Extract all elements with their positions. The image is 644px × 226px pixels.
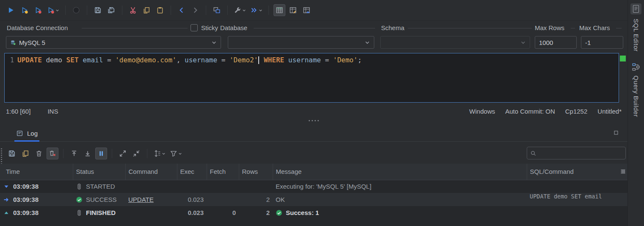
copy-button[interactable] [141,4,152,16]
success-icon [76,196,83,203]
max-rows-label: Max Rows [535,24,564,31]
log-search [527,147,626,159]
rail-tab-sql-editor[interactable]: SQL Editor [628,0,644,52]
log-exec [177,180,207,193]
log-message: OK [276,196,285,203]
main-area: Database Connection Sticky Database Sche… [0,0,627,226]
cut-button[interactable] [127,4,139,16]
tab-log[interactable]: Log [14,126,39,142]
log-status: SUCCESS [86,196,117,203]
toolbar-separator [87,6,87,15]
log-sql [527,180,627,193]
sql-token: SET [66,56,79,64]
sql-code-line: UPDATE demo SET email = 'demo@demo.com',… [14,55,362,66]
sql-token: = [321,56,333,64]
sql-token: ; [358,56,362,64]
sql-editor-file-icon [630,3,641,14]
save-log-button[interactable] [6,148,18,159]
run-button[interactable] [5,4,17,16]
command-link[interactable]: UPDATE [128,196,154,203]
column-header-command[interactable]: Command [125,164,177,180]
collapse-all-button[interactable] [130,148,142,159]
database-select[interactable] [228,36,374,49]
execute-menu-button[interactable] [249,4,264,16]
sql-token: 'demo@demo.com' [115,56,177,64]
toolbar-separator [268,6,269,15]
grid-export-button[interactable] [301,4,312,16]
column-header-fetch[interactable]: Fetch [207,164,239,180]
clear-log-button[interactable] [33,148,45,159]
log-row[interactable]: 03:09:38SUCCESSUPDATE0.0232OKUPDATE demo… [0,193,627,206]
log-message: Executing for: 'MySQL 5' [MySQL] [276,183,371,190]
schema-select[interactable] [380,36,530,49]
log-rows [239,180,273,193]
search-icon [530,150,536,156]
log-sql [527,206,627,219]
top-toolbar [0,0,627,21]
run-script-button[interactable] [32,4,44,16]
field-divider [571,28,575,28]
tools-menu-button[interactable] [232,4,247,16]
column-header-status[interactable]: Status [73,164,125,180]
log-status: STARTED [86,183,115,190]
run-current-button[interactable] [19,4,30,16]
scroll-bottom-button[interactable] [82,148,94,159]
field-divider [254,28,375,28]
rail-tab-query-builder[interactable]: Query Builder [628,59,644,117]
column-header-sql[interactable]: SQL/Command [527,164,627,180]
log-fetch: 0 [207,206,239,219]
connection-select[interactable]: MySQL 5 [6,36,221,49]
paste-button[interactable] [154,4,166,16]
sql-token [79,56,83,64]
save-button[interactable] [92,4,104,16]
row-height-menu-button[interactable] [152,148,167,159]
sql-editor-area[interactable]: 1 UPDATE demo SET email = 'demo@demo.com… [4,53,619,103]
maximize-panel-icon[interactable] [613,130,619,136]
expand-all-button[interactable] [117,148,129,159]
result-grid-button[interactable] [274,4,285,16]
connection-bar: Database Connection Sticky Database Sche… [0,21,627,53]
log-row[interactable]: 03:09:38FINISHED0.02302Success: 1 [0,206,627,219]
column-header-rows[interactable]: Rows [239,164,273,180]
max-rows-input[interactable] [535,36,577,49]
back-button[interactable] [176,4,188,16]
state-icon [76,183,83,190]
sql-token [284,56,288,64]
clear-before-run-button[interactable] [47,148,58,159]
column-header-message[interactable]: Message [273,164,527,180]
filter-menu-button[interactable] [169,148,183,159]
column-header-time[interactable]: Time [0,164,73,180]
panel-splitter[interactable] [0,117,627,124]
line-number: 1 [5,55,14,66]
log-table: TimeStatusCommandExecFetchRowsMessageSQL… [0,164,627,226]
grid-edit-button[interactable] [287,4,299,16]
sticky-label: Sticky [201,24,218,31]
sql-token: username [185,56,217,64]
log-row[interactable]: 03:09:38STARTEDExecuting for: 'MySQL 5' … [0,180,627,193]
sql-token: WHERE [264,56,284,64]
forward-button[interactable] [189,4,201,16]
save-all-button[interactable] [105,4,117,16]
toolbar-separator [122,6,122,15]
column-header-exec[interactable]: Exec [177,164,207,180]
caret-position: 1:60 [60] [6,108,30,115]
state-icon [76,209,83,216]
scroll-top-button[interactable] [68,148,80,159]
column-setup-icon[interactable] [620,168,626,175]
success-icon [276,209,282,216]
max-chars-input[interactable] [581,36,623,49]
stop-button[interactable] [70,4,82,16]
copy-log-button[interactable] [19,148,31,159]
toolbar-separator [206,6,206,15]
sql-token: UPDATE [17,56,42,64]
sticky-checkbox[interactable] [191,24,198,31]
search-input[interactable] [538,149,622,157]
follow-tail-button[interactable] [95,148,107,159]
run-script-menu-button[interactable] [46,4,61,16]
toolbar-drag-handle[interactable] [1,148,2,165]
new-window-button[interactable] [211,4,223,16]
toolbar-separator [112,149,112,158]
editor-health-indicator[interactable] [620,56,626,61]
input-mode: INS [47,108,58,115]
field-divider [616,28,622,28]
